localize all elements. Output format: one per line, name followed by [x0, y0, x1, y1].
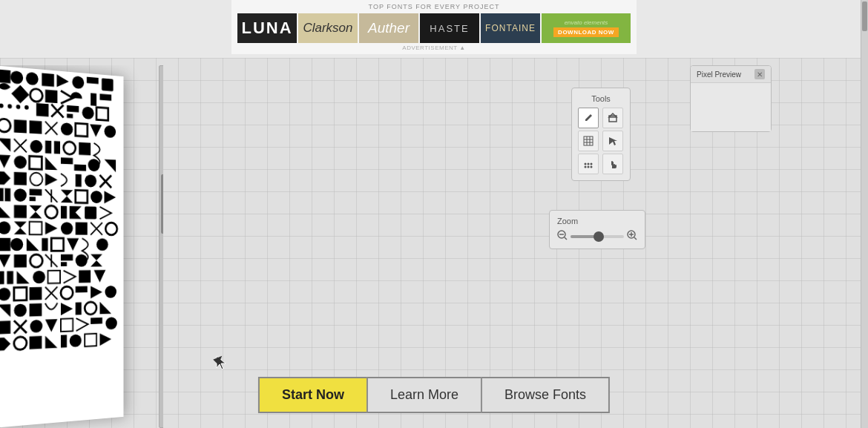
svg-rect-75: [7, 271, 13, 284]
ad-font-fontaine[interactable]: FONTAINE: [481, 13, 540, 43]
svg-point-109: [585, 163, 587, 165]
svg-rect-81: [30, 287, 42, 300]
art-container: [0, 65, 123, 428]
svg-rect-97: [30, 336, 42, 349]
svg-rect-43: [76, 174, 82, 187]
svg-rect-11: [91, 93, 96, 105]
art-scrollbar[interactable]: [159, 65, 163, 428]
svg-point-114: [591, 166, 593, 168]
art-scrollbar-thumb[interactable]: [161, 174, 163, 234]
start-now-button[interactable]: Start Now: [258, 377, 367, 413]
svg-rect-94: [91, 317, 102, 324]
svg-rect-12: [99, 93, 111, 100]
tool-shape[interactable]: [602, 108, 623, 128]
dots-icon: [583, 159, 594, 169]
svg-rect-83: [76, 286, 88, 293]
pixel-preview-body: [691, 83, 771, 131]
svg-rect-37: [61, 157, 73, 164]
tool-pencil[interactable]: [578, 108, 599, 128]
svg-rect-98: [61, 335, 67, 347]
ad-fonts-row: LUNA Clarkson Auther HASTE FONTAINE enva…: [237, 13, 631, 43]
main-area: ▣: [0, 58, 868, 428]
svg-rect-78: [79, 270, 91, 283]
svg-point-63: [10, 238, 23, 251]
svg-marker-4: [42, 73, 54, 86]
learn-more-button[interactable]: Learn More: [367, 377, 481, 413]
svg-rect-46: [30, 189, 42, 196]
svg-line-122: [634, 237, 637, 240]
svg-point-111: [591, 163, 593, 165]
bottom-buttons: Start Now Learn More Browse Fonts: [258, 377, 610, 413]
tools-label: Tools: [578, 94, 624, 103]
page-scrollbar[interactable]: [861, 0, 868, 428]
zoom-label: Zoom: [557, 217, 637, 225]
zoom-controls: [557, 230, 637, 243]
tool-hand[interactable]: [602, 154, 623, 174]
svg-rect-64: [42, 238, 47, 251]
page-scrollbar-thumb[interactable]: [862, 1, 867, 31]
ad-font-luna[interactable]: LUNA: [237, 13, 297, 43]
zoom-in-icon[interactable]: [627, 230, 637, 243]
svg-point-113: [588, 166, 590, 168]
shape-icon: [608, 113, 618, 123]
zoom-panel: Zoom: [549, 210, 645, 249]
svg-rect-6: [87, 77, 99, 85]
svg-rect-10: [45, 90, 57, 103]
pencil-icon: [583, 113, 594, 123]
pixel-preview-header: Pixel Preview ✕: [691, 66, 771, 83]
ad-top-label: TOP FONTS FOR EVERY PROJECT: [369, 3, 500, 10]
pixel-preview-close-btn[interactable]: ✕: [754, 69, 765, 79]
svg-rect-55: [85, 206, 96, 219]
ad-font-auther[interactable]: Auther: [359, 13, 418, 43]
svg-rect-70: [61, 254, 73, 261]
tool-dots[interactable]: [578, 154, 599, 174]
browse-fonts-button[interactable]: Browse Fonts: [481, 377, 610, 413]
svg-rect-23: [14, 119, 27, 133]
svg-rect-115: [611, 161, 613, 165]
svg-rect-18: [67, 105, 79, 113]
svg-rect-24: [30, 120, 42, 134]
svg-rect-38: [74, 165, 86, 171]
hand-icon: [608, 159, 618, 169]
svg-rect-88: [76, 302, 82, 315]
svg-rect-51: [14, 205, 27, 218]
svg-line-118: [565, 237, 567, 240]
zoom-out-icon[interactable]: [557, 230, 568, 243]
envato-badge[interactable]: envato elements DOWNLOAD NOW: [542, 13, 631, 43]
tools-grid: [578, 108, 624, 174]
zoom-slider-track[interactable]: [571, 235, 624, 238]
svg-rect-31: [54, 141, 60, 154]
svg-rect-67: [96, 238, 108, 251]
svg-rect-62: [0, 238, 10, 251]
svg-rect-33: [79, 142, 91, 156]
svg-rect-68: [14, 254, 27, 267]
tool-grid[interactable]: [578, 131, 599, 151]
ad-font-clarkson[interactable]: Clarkson: [298, 13, 358, 43]
svg-rect-108: [584, 136, 593, 145]
tools-panel: Tools: [571, 88, 631, 181]
svg-rect-53: [61, 206, 67, 219]
ad-bottom-label[interactable]: ADVERTISEMENT ▲: [402, 45, 465, 51]
svg-rect-30: [45, 140, 51, 154]
svg-rect-19: [67, 113, 73, 118]
envato-text: envato elements: [565, 19, 608, 26]
svg-point-110: [588, 163, 590, 165]
svg-rect-60: [76, 223, 88, 235]
ad-banner: TOP FONTS FOR EVERY PROJECT LUNA Clarkso…: [231, 0, 637, 54]
arrow-icon: [608, 136, 618, 146]
pixel-preview-panel: Pixel Preview ✕: [690, 65, 772, 132]
svg-point-112: [585, 166, 587, 168]
svg-rect-1: [0, 69, 10, 83]
left-panel: ▣: [0, 65, 163, 428]
grid-icon: [583, 136, 594, 146]
svg-rect-90: [0, 320, 10, 334]
svg-rect-71: [61, 262, 67, 266]
tool-arrow[interactable]: [602, 131, 623, 151]
svg-rect-17: [36, 103, 49, 116]
envato-download-btn[interactable]: DOWNLOAD NOW: [553, 27, 619, 37]
pixel-preview-title: Pixel Preview: [697, 70, 741, 79]
svg-point-72: [76, 254, 88, 267]
ad-font-haste[interactable]: HASTE: [420, 13, 479, 43]
zoom-slider-thumb[interactable]: [594, 231, 604, 242]
svg-rect-47: [30, 197, 36, 201]
